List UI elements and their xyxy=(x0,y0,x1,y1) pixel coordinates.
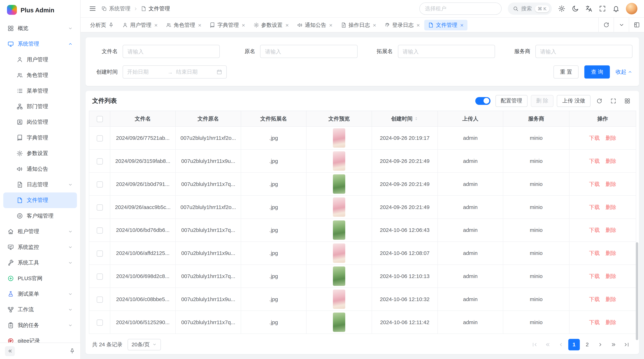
row-checkbox[interactable] xyxy=(96,296,103,303)
sidebar-item-client[interactable]: 客户端管理 xyxy=(3,208,77,224)
sidebar-item-dept[interactable]: 部门管理 xyxy=(3,99,77,114)
tab-user[interactable]: 用户管理× xyxy=(118,19,161,30)
file-preview-image[interactable] xyxy=(333,128,345,148)
tab-notice[interactable]: 通知公告× xyxy=(294,19,336,30)
reset-button[interactable]: 重 置 xyxy=(553,65,579,79)
delete-link[interactable]: 删除 xyxy=(606,250,616,256)
column-settings-button[interactable] xyxy=(622,95,632,106)
notifications-icon[interactable] xyxy=(612,5,620,12)
sidebar-item-tasks[interactable]: 我的任务 xyxy=(3,318,77,333)
tab-close-icon[interactable]: × xyxy=(329,22,332,28)
tab-close-icon[interactable]: × xyxy=(460,22,464,28)
download-link[interactable]: 下载 xyxy=(589,319,600,325)
file-name-input[interactable] xyxy=(122,45,220,58)
tab-close-icon[interactable]: × xyxy=(198,22,202,28)
original-name-input[interactable] xyxy=(260,45,357,58)
sidebar-item-gitee[interactable]: gitee记录 xyxy=(3,333,77,343)
file-preview-image[interactable] xyxy=(333,290,345,309)
row-checkbox[interactable] xyxy=(96,181,103,187)
tab-config[interactable]: 参数设置× xyxy=(250,19,292,30)
delete-link[interactable]: 删除 xyxy=(606,158,616,164)
delete-button[interactable]: 删 除 xyxy=(531,95,554,107)
sidebar-item-notice[interactable]: 通知公告 xyxy=(3,161,77,177)
tab-loginlog[interactable]: 登录日志× xyxy=(381,19,424,30)
date-range-picker[interactable]: 开始日期 → 结束日期 xyxy=(122,65,227,79)
download-link[interactable]: 下载 xyxy=(589,273,600,279)
delete-link[interactable]: 删除 xyxy=(606,273,616,279)
row-checkbox[interactable] xyxy=(96,227,103,234)
sidebar-item-monitor[interactable]: 系统监控 xyxy=(3,239,77,255)
last-page-button[interactable] xyxy=(621,339,632,350)
sidebar-item-tenant[interactable]: 租户管理 xyxy=(3,224,77,239)
row-checkbox[interactable] xyxy=(96,250,103,257)
tab-analysis[interactable]: 分析页 xyxy=(86,19,118,30)
select-all-checkbox[interactable] xyxy=(96,116,103,122)
language-icon[interactable] xyxy=(585,5,592,12)
first-page-button[interactable] xyxy=(529,339,540,350)
collapse-filters-link[interactable]: 收起 xyxy=(616,68,632,76)
sidebar-item-menu[interactable]: 菜单管理 xyxy=(3,83,77,99)
delete-link[interactable]: 删除 xyxy=(606,204,616,210)
download-link[interactable]: 下载 xyxy=(589,181,600,187)
query-button[interactable]: 查 询 xyxy=(584,65,610,79)
tab-close-icon[interactable]: × xyxy=(373,22,376,28)
delete-link[interactable]: 删除 xyxy=(606,319,616,325)
sidebar-item-dict[interactable]: 字典管理 xyxy=(3,130,77,146)
download-link[interactable]: 下载 xyxy=(589,296,600,302)
breadcrumb-item[interactable]: 系统管理 xyxy=(101,5,130,12)
file-preview-image[interactable] xyxy=(333,197,345,217)
sidebar-item-post[interactable]: 岗位管理 xyxy=(3,114,77,130)
file-preview-image[interactable] xyxy=(333,267,345,286)
sidebar-item-user[interactable]: 用户管理 xyxy=(3,52,77,67)
fullscreen-icon[interactable] xyxy=(599,5,606,12)
sidebar-item-plus-site[interactable]: PLUS官网 xyxy=(3,271,77,286)
sidebar-item-file[interactable]: 文件管理 xyxy=(3,193,77,208)
provider-input[interactable] xyxy=(535,45,632,58)
tab-options-button[interactable] xyxy=(614,17,629,32)
file-preview-image[interactable] xyxy=(333,220,345,240)
page-button-1[interactable]: 1 xyxy=(568,339,580,350)
sidebar-item-config[interactable]: 参数设置 xyxy=(3,146,77,161)
delete-link[interactable]: 删除 xyxy=(606,181,616,187)
page-button-2[interactable]: 2 xyxy=(582,339,593,350)
tab-close-icon[interactable]: × xyxy=(154,22,158,28)
tab-operlog[interactable]: 操作日志× xyxy=(337,19,380,30)
tab-close-icon[interactable]: × xyxy=(416,22,420,28)
file-preview-image[interactable] xyxy=(333,244,345,263)
sidebar-item-log[interactable]: 日志管理 xyxy=(3,177,77,192)
breadcrumb-item[interactable]: 文件管理 xyxy=(141,5,170,12)
row-checkbox[interactable] xyxy=(96,273,103,280)
file-preview-image[interactable] xyxy=(333,174,345,194)
download-link[interactable]: 下载 xyxy=(589,227,600,233)
user-avatar[interactable] xyxy=(626,3,638,14)
download-link[interactable]: 下载 xyxy=(589,250,600,256)
tab-dict[interactable]: 字典管理× xyxy=(206,19,249,30)
tab-role[interactable]: 角色管理× xyxy=(162,19,205,30)
tab-file[interactable]: 文件管理× xyxy=(424,19,467,30)
sidebar-item-role[interactable]: 角色管理 xyxy=(3,67,77,83)
jump-back-button[interactable] xyxy=(542,339,554,350)
extension-input[interactable] xyxy=(398,45,495,58)
delete-link[interactable]: 删除 xyxy=(606,227,616,233)
sidebar-collapse-button[interactable] xyxy=(5,346,15,356)
config-management-button[interactable]: 配置管理 xyxy=(495,95,527,107)
delete-link[interactable]: 删除 xyxy=(606,135,616,141)
page-size-select[interactable]: 20条/页 xyxy=(127,339,161,350)
sidebar-item-system[interactable]: 系统管理 xyxy=(3,36,77,52)
file-preview-image[interactable] xyxy=(333,151,345,171)
settings-gear-icon[interactable] xyxy=(558,5,565,12)
sidebar-toggle-button[interactable] xyxy=(89,5,96,12)
sidebar-item-tools[interactable]: 系统工具 xyxy=(3,255,77,271)
dark-mode-icon[interactable] xyxy=(572,5,579,12)
table-toggle-switch[interactable] xyxy=(475,97,490,105)
download-link[interactable]: 下载 xyxy=(589,158,600,164)
sidebar-pin-button[interactable] xyxy=(69,348,75,354)
delete-link[interactable]: 删除 xyxy=(606,296,616,302)
row-checkbox[interactable] xyxy=(96,158,103,164)
row-checkbox[interactable] xyxy=(96,319,103,326)
row-checkbox[interactable] xyxy=(96,204,103,210)
tab-close-icon[interactable]: × xyxy=(285,22,289,28)
column-header[interactable]: 创建时间 xyxy=(372,111,438,126)
sidebar-item-workflow[interactable]: 工作流 xyxy=(3,302,77,317)
prev-page-button[interactable] xyxy=(555,339,566,350)
